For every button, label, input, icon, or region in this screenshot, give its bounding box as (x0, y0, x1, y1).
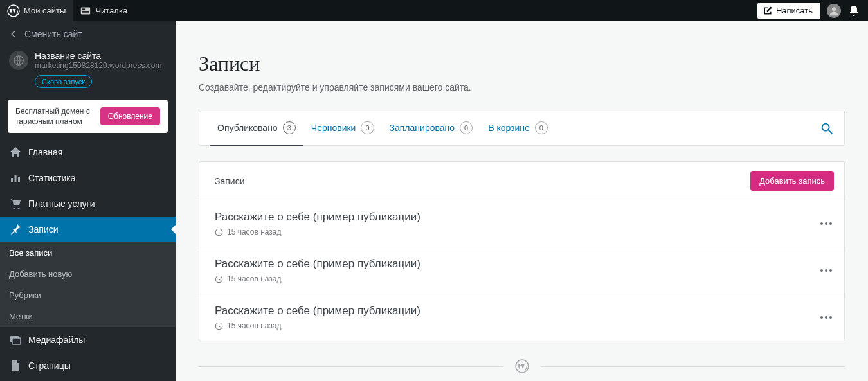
svg-point-19 (820, 269, 823, 272)
svg-point-23 (820, 316, 823, 319)
subnav-all[interactable]: Все записи (0, 242, 176, 263)
site-block: Название сайта marketing150828120.wordpr… (0, 47, 176, 96)
nav-stats[interactable]: Статистика (0, 165, 176, 191)
nav-comments[interactable]: Комментарии (0, 378, 176, 381)
post-row[interactable]: Расскажите о себе (пример публикации) 15… (199, 247, 844, 294)
nav-pages-label: Страницы (28, 360, 71, 371)
svg-rect-8 (15, 175, 17, 182)
tab-published[interactable]: Опубликовано 3 (210, 111, 303, 146)
svg-rect-4 (82, 12, 89, 12)
pin-icon (9, 223, 22, 236)
more-icon[interactable] (818, 263, 834, 278)
tab-trash[interactable]: В корзине 0 (480, 111, 556, 146)
tab-scheduled[interactable]: Запланировано 0 (382, 111, 481, 146)
svg-point-21 (829, 269, 832, 272)
nav-posts-label: Записи (28, 224, 58, 235)
subnav-tags[interactable]: Метки (0, 306, 176, 327)
topbar-reader-label: Читалка (95, 6, 127, 15)
tab-label: Опубликовано (217, 123, 278, 133)
svg-point-12 (822, 123, 829, 130)
upgrade-text: Бесплатный домен с тарифным планом (15, 106, 94, 127)
topbar-mysites-label: Мои сайты (24, 6, 66, 15)
add-post-button[interactable]: Добавить запись (750, 171, 834, 191)
topbar-mysites[interactable]: Мои сайты (0, 0, 73, 21)
svg-point-15 (820, 222, 823, 225)
subnav-cats[interactable]: Рубрики (0, 285, 176, 306)
pages-icon (9, 359, 22, 372)
site-switch-label: Сменить сайт (24, 29, 82, 39)
post-row[interactable]: Расскажите о себе (пример публикации) 15… (199, 200, 844, 247)
footer-line-left (199, 366, 503, 367)
list-header-title: Записи (215, 176, 244, 186)
footer-divider (199, 359, 845, 373)
tab-count: 3 (283, 121, 296, 134)
clock-icon (215, 275, 223, 283)
wordpress-footer-icon (515, 359, 529, 373)
nav-pages[interactable]: Страницы (0, 353, 176, 378)
upgrade-card: Бесплатный домен с тарифным планом Обнов… (8, 100, 168, 133)
svg-rect-11 (12, 338, 21, 344)
nav-media[interactable]: Медиафайлы (0, 327, 176, 353)
post-meta: 15 часов назад (215, 274, 818, 283)
upgrade-button[interactable]: Обновление (100, 107, 160, 125)
svg-rect-7 (11, 178, 13, 182)
main: Записи Создавайте, редактируйте и управл… (176, 21, 868, 381)
nav-posts[interactable]: Записи (0, 217, 176, 242)
globe-icon (13, 55, 24, 66)
write-icon (763, 6, 773, 16)
post-main: Расскажите о себе (пример публикации) 15… (215, 211, 818, 236)
notifications-icon[interactable] (847, 4, 860, 17)
svg-rect-2 (82, 8, 86, 10)
nav-media-label: Медиафайлы (28, 335, 85, 345)
more-icon[interactable] (818, 216, 834, 231)
svg-rect-9 (18, 177, 20, 182)
footer-line-right (541, 366, 845, 367)
post-time: 15 часов назад (227, 321, 281, 330)
subnav-add[interactable]: Добавить новую (0, 263, 176, 285)
subnav: Все записи Добавить новую Рубрики Метки (0, 242, 176, 327)
site-url: marketing150828120.wordpress.com (35, 61, 167, 70)
post-time: 15 часов назад (227, 227, 281, 236)
tab-count: 0 (460, 121, 473, 134)
post-row[interactable]: Расскажите о себе (пример публикации) 15… (199, 294, 844, 341)
site-switcher[interactable]: Сменить сайт (0, 21, 176, 47)
stats-icon (9, 172, 22, 184)
tab-drafts[interactable]: Черновики 0 (303, 111, 382, 146)
topbar-right: Написать (757, 3, 868, 19)
home-icon (9, 146, 22, 159)
search-icon[interactable] (820, 121, 834, 136)
content-wrap: Записи Создавайте, редактируйте и управл… (199, 52, 845, 341)
post-meta: 15 часов назад (215, 227, 818, 236)
svg-point-25 (829, 316, 832, 319)
svg-rect-3 (82, 11, 89, 12)
topbar-reader[interactable]: Читалка (73, 0, 134, 21)
more-icon[interactable] (818, 310, 834, 325)
topbar: Мои сайты Читалка Написать (0, 0, 868, 21)
avatar[interactable] (827, 4, 841, 18)
svg-point-20 (825, 269, 827, 272)
nav-paid-label: Платные услуги (28, 199, 95, 209)
tab-label: Запланировано (390, 123, 455, 133)
nav-stats-label: Статистика (28, 173, 76, 183)
svg-point-17 (829, 222, 832, 225)
tab-count: 0 (361, 121, 374, 134)
post-main: Расскажите о себе (пример публикации) 15… (215, 305, 818, 330)
page-subtitle: Создавайте, редактируйте и управляйте за… (199, 82, 845, 93)
tab-label: В корзине (488, 123, 530, 133)
post-title: Расскажите о себе (пример публикации) (215, 305, 818, 317)
clock-icon (215, 322, 223, 330)
write-button[interactable]: Написать (757, 3, 820, 19)
post-title: Расскажите о себе (пример публикации) (215, 258, 818, 270)
tab-count: 0 (535, 121, 548, 134)
wordpress-logo-icon (7, 4, 20, 17)
svg-line-13 (829, 130, 833, 134)
nav-home[interactable]: Главная (0, 139, 176, 165)
svg-point-24 (825, 316, 827, 319)
site-icon (9, 51, 28, 70)
tab-label: Черновики (311, 123, 356, 133)
nav-paid[interactable]: Платные услуги (0, 191, 176, 217)
post-title: Расскажите о себе (пример публикации) (215, 211, 818, 224)
site-name: Название сайта (35, 51, 167, 61)
site-info: Название сайта marketing150828120.wordpr… (35, 51, 167, 88)
list-header: Записи Добавить запись (199, 162, 844, 200)
